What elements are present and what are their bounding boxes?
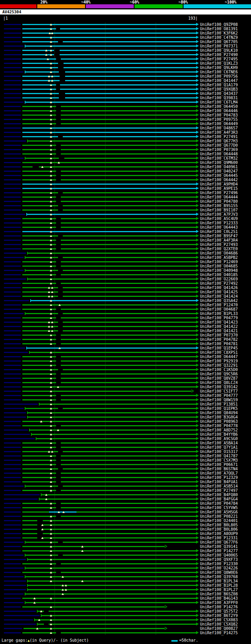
hit-bar[interactable] (37, 611, 196, 612)
hit-label[interactable]: UniRef100_B9SF47 (200, 234, 238, 238)
hit-bar[interactable] (22, 149, 196, 150)
hit-bar[interactable] (22, 54, 196, 55)
hit-label[interactable]: UniRef100_Q9C5R6 (200, 372, 238, 376)
hit-label[interactable]: UniRef100_O15317 (200, 449, 238, 454)
hit-bar[interactable] (22, 227, 196, 228)
hit-bar[interactable] (22, 119, 196, 120)
hit-bar[interactable] (22, 192, 196, 193)
hit-bar[interactable] (22, 123, 196, 124)
hit-label[interactable]: UniRef100_C4TNZ9 (200, 35, 238, 40)
hit-label[interactable]: UniRef100_P07371 (200, 44, 238, 48)
hit-bar[interactable] (35, 619, 196, 620)
hit-label[interactable]: UniRef100_Q32291 (200, 363, 238, 367)
hit-label[interactable]: UniRef100_B1PL28 (200, 583, 238, 588)
hit-label[interactable]: UniRef100_C6TNE6 (200, 70, 238, 74)
hit-bar[interactable] (27, 559, 196, 560)
hit-bar[interactable] (22, 481, 196, 482)
hit-label[interactable]: UniRef100_Q8VZ87 (200, 376, 238, 380)
hit-label[interactable]: UniRef100_Q40065 (200, 553, 238, 557)
hit-label[interactable]: UniRef100_Q677H3 (200, 139, 238, 143)
hit-bar[interactable] (22, 598, 196, 599)
hit-bar[interactable] (29, 352, 196, 353)
hit-bar[interactable] (24, 628, 165, 629)
hit-label[interactable]: UniRef100_B3G0G4 (200, 415, 238, 419)
hit-label[interactable]: UniRef100_C5YVW5 (200, 506, 238, 510)
hit-bar[interactable] (25, 602, 196, 603)
hit-bar[interactable] (22, 283, 196, 284)
hit-bar[interactable] (22, 520, 196, 521)
hit-label[interactable]: UniRef100_Q9XQB3 (200, 87, 238, 91)
hit-bar[interactable] (22, 335, 196, 336)
hit-label[interactable]: UniRef100_Q2XTE0 (200, 247, 238, 251)
hit-label[interactable]: UniRef100_Q9ZP08 (200, 22, 238, 27)
hit-label[interactable]: UniRef100_Q7Y1A1 (200, 445, 238, 449)
hit-bar[interactable] (22, 421, 196, 422)
hit-label[interactable]: UniRef100_P06671 (200, 462, 238, 467)
hit-label[interactable]: UniRef100_P27496 (200, 191, 238, 195)
hit-bar[interactable] (22, 184, 196, 185)
hit-label[interactable]: UniRef100_Q9M600 (200, 160, 238, 165)
hit-label[interactable]: UniRef100_A4F3R3 (200, 130, 238, 135)
hit-label[interactable]: UniRef100_P12329 (200, 475, 238, 480)
hit-label[interactable]: UniRef100_Q41424 (200, 294, 238, 298)
hit-bar[interactable] (22, 606, 165, 608)
hit-bar[interactable] (22, 106, 196, 107)
hit-label[interactable]: UniRef100_Q3SA42 (200, 298, 238, 303)
hit-bar[interactable] (22, 537, 196, 538)
hit-label[interactable]: UniRef100_B6T2Y9 (200, 613, 238, 618)
hit-label[interactable]: UniRef100_Q39831 (200, 96, 238, 100)
hit-label[interactable]: UniRef100_B9I107 (200, 208, 238, 212)
hit-label[interactable]: UniRef100_Q6T705 (200, 40, 238, 44)
hit-bar[interactable] (22, 572, 196, 573)
hit-bar[interactable] (22, 477, 196, 478)
hit-bar[interactable] (22, 373, 196, 375)
hit-label[interactable]: UniRef100_P12333 (200, 221, 238, 225)
hit-bar[interactable] (29, 429, 196, 431)
hit-label[interactable]: UniRef100_P08221 (200, 514, 238, 518)
hit-bar[interactable] (22, 37, 196, 38)
hit-bar[interactable] (22, 205, 196, 206)
hit-label[interactable]: UniRef100_P08963 (200, 419, 238, 424)
hit-label[interactable]: UniRef100_Q41421 (200, 329, 238, 333)
hit-bar[interactable] (22, 222, 196, 224)
hit-bar[interactable] (22, 240, 196, 241)
hit-bar[interactable] (22, 162, 196, 163)
hit-label[interactable]: UniRef100_C0L2S1 (200, 229, 238, 234)
hit-bar[interactable] (25, 593, 196, 595)
hit-bar[interactable] (22, 533, 196, 534)
hit-label[interactable]: UniRef100_A4F3R4 (200, 238, 238, 242)
hit-label[interactable]: UniRef100_P04782 (200, 337, 238, 342)
hit-label[interactable]: UniRef100_P12469 (200, 260, 238, 264)
hit-bar[interactable] (27, 278, 196, 280)
hit-bar[interactable] (22, 382, 196, 383)
hit-label[interactable]: UniRef100_Q677F6 (200, 540, 238, 544)
hit-bar[interactable] (22, 231, 196, 232)
hit-label[interactable]: UniRef100_Q41447 (200, 78, 238, 83)
hit-label[interactable]: UniRef100_A9PE15 (200, 186, 238, 191)
hit-label[interactable]: UniRef100_C5IFT7 (200, 389, 238, 393)
hit-label[interactable]: UniRef100_O64447 (200, 355, 238, 359)
hit-bar[interactable] (27, 580, 196, 582)
hit-bar[interactable] (22, 24, 196, 25)
hit-bar[interactable] (22, 41, 196, 42)
hit-label[interactable]: UniRef100_P27491 (200, 135, 238, 139)
hit-label[interactable]: UniRef100_Q39768 (200, 575, 238, 579)
hit-label[interactable]: UniRef100_O24401 (200, 518, 238, 523)
hit-label[interactable]: UniRef100_B4FGG4 (200, 497, 238, 501)
hit-bar[interactable] (22, 490, 196, 491)
hit-bar[interactable] (22, 309, 196, 310)
hit-bar[interactable] (36, 438, 196, 439)
hit-label[interactable]: UniRef100_P04783 (200, 113, 238, 117)
hit-bar[interactable] (22, 391, 191, 392)
hit-label[interactable]: UniRef100_Q43437 (200, 91, 238, 96)
hit-bar[interactable] (22, 304, 196, 306)
hit-label[interactable]: UniRef100_O64445 (200, 173, 238, 178)
hit-label[interactable]: UniRef100_A7PJV3 (200, 212, 238, 216)
hit-bar[interactable] (27, 347, 196, 349)
hit-bar[interactable] (22, 97, 196, 98)
hit-label[interactable]: UniRef100_O64442 (200, 178, 238, 182)
hit-label[interactable]: UniRef100_P14277 (200, 549, 238, 553)
hit-label[interactable]: UniRef100_Q9XF73 (200, 557, 238, 562)
hit-label[interactable]: UniRef100_P14276 (200, 605, 238, 609)
hit-label[interactable]: UniRef100_Q1KLZ3 (200, 61, 238, 65)
